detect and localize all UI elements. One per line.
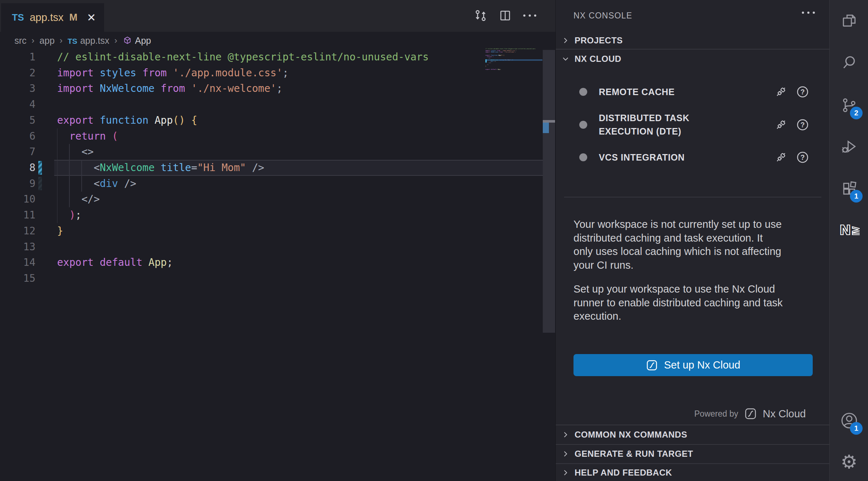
minimap-current-line	[485, 59, 542, 61]
activity-nx-console[interactable]: N≥	[830, 212, 868, 247]
item-distributed-task-execution: DISTRIBUTED TASK EXECUTION (DTE) ?	[556, 108, 829, 141]
breadcrumb-file[interactable]: TSapp.tsx	[68, 35, 109, 46]
line-number: 10	[0, 191, 35, 207]
activity-search[interactable]	[830, 45, 868, 80]
help-icon[interactable]: ?	[796, 85, 809, 98]
item-remote-cache: REMOTE CACHE ?	[556, 80, 829, 103]
help-icon[interactable]: ?	[796, 151, 809, 164]
line-number: 14	[0, 255, 35, 271]
code-line-14[interactable]: 14export default App;	[0, 255, 543, 271]
extensions-badge: 1	[850, 190, 863, 203]
code-text: import styles from './app.module.css';	[57, 65, 289, 81]
breadcrumb-src[interactable]: src	[14, 35, 26, 46]
powered-by-label: Powered by	[694, 409, 738, 419]
explorer-icon	[841, 12, 858, 29]
line-number: 1	[0, 49, 35, 65]
code-text: <div />	[57, 176, 136, 192]
panel-title: NX CONSOLE	[573, 11, 632, 21]
item-label: VCS INTEGRATION	[599, 151, 685, 164]
breadcrumb-separator: ›	[114, 35, 118, 46]
tab-bar: TS app.tsx M ✕	[0, 0, 555, 32]
code-line-15[interactable]: 15	[0, 271, 543, 286]
panel-title-row: NX CONSOLE	[556, 0, 829, 25]
code-text: }	[57, 223, 63, 239]
code-line-5[interactable]: 5export function App() {	[0, 112, 543, 128]
chevron-right-icon	[561, 449, 570, 459]
item-label: DISTRIBUTED TASK EXECUTION (DTE)	[599, 111, 689, 138]
code-text: <>	[57, 144, 94, 160]
chevron-right-icon	[561, 468, 570, 477]
code-text: </>	[57, 191, 100, 207]
code-text: export default App;	[57, 255, 173, 271]
git-modified-gutter-marker	[38, 177, 42, 191]
editor-scrollbar[interactable]	[543, 50, 555, 333]
code-editor[interactable]: 1// eslint-disable-next-line @typescript…	[0, 49, 543, 286]
code-line-12[interactable]: 12}	[0, 223, 543, 239]
section-label: GENERATE & RUN TARGET	[575, 449, 693, 459]
code-line-3[interactable]: 3import NxWelcome from './nx-welcome';	[0, 81, 543, 97]
svg-text:?: ?	[800, 88, 805, 96]
code-text: import NxWelcome from './nx-welcome';	[57, 81, 283, 97]
nx-cloud-logo-icon	[646, 359, 658, 371]
run-debug-icon	[841, 138, 858, 156]
code-line-10[interactable]: 10 </>	[0, 191, 543, 207]
section-common-nx-commands[interactable]: COMMON NX COMMANDS	[556, 425, 829, 444]
line-number: 2	[0, 65, 35, 81]
editor-region: TS app.tsx M ✕	[0, 0, 555, 481]
gear-icon: ⚙	[841, 452, 858, 471]
line-number: 15	[0, 271, 35, 286]
section-label: PROJECTS	[575, 35, 623, 46]
nx-console-panel: NX CONSOLE PROJECTS NX CLOUD REMOTE CACH…	[555, 0, 829, 481]
breadcrumb: src › app › TSapp.tsx › App	[0, 32, 555, 49]
status-dot	[579, 88, 587, 96]
section-nx-cloud[interactable]: NX CLOUD	[556, 50, 829, 68]
line-number: 9	[0, 176, 35, 192]
code-line-11[interactable]: 11 );	[0, 207, 543, 223]
panel-more-actions-icon[interactable]	[802, 12, 815, 14]
line-number: 11	[0, 207, 35, 223]
tab-git-modified-badge: M	[69, 12, 78, 23]
activity-source-control[interactable]: 2	[830, 88, 868, 123]
compare-changes-icon[interactable]	[473, 8, 488, 23]
code-line-4[interactable]: 4	[0, 97, 543, 112]
svg-text:?: ?	[800, 121, 805, 129]
typescript-file-icon: TS	[12, 12, 24, 23]
activity-settings[interactable]: ⚙	[830, 444, 868, 479]
section-help-and-feedback[interactable]: HELP AND FEEDBACK	[556, 464, 829, 481]
chevron-right-icon	[561, 36, 570, 45]
activity-extensions[interactable]: 1	[830, 171, 868, 206]
code-line-6[interactable]: 6 return (	[0, 128, 543, 144]
connect-icon[interactable]	[774, 151, 787, 164]
vscode-window: TS app.tsx M ✕	[0, 0, 868, 481]
nx-cloud-brand: Nx Cloud	[763, 408, 806, 420]
tab-app-tsx[interactable]: TS app.tsx M ✕	[1, 3, 104, 32]
line-number: 12	[0, 223, 35, 239]
code-line-2[interactable]: 2import styles from './app.module.css';	[0, 65, 543, 81]
breadcrumb-app[interactable]: app	[39, 35, 55, 46]
section-projects[interactable]: PROJECTS	[556, 32, 829, 49]
activity-run-debug[interactable]	[830, 129, 868, 164]
code-line-9[interactable]: 9 <div />	[0, 176, 543, 192]
tab-close-button[interactable]: ✕	[87, 12, 96, 23]
activity-explorer[interactable]	[830, 3, 868, 38]
help-icon[interactable]: ?	[796, 118, 809, 131]
connect-icon[interactable]	[774, 85, 787, 98]
code-line-1[interactable]: 1// eslint-disable-next-line @typescript…	[0, 49, 543, 65]
activity-account[interactable]: 1	[830, 403, 868, 438]
chevron-right-icon	[561, 430, 570, 439]
split-editor-icon[interactable]	[498, 8, 513, 23]
code-line-8[interactable]: 8 <NxWelcome title="Hi Mom" />	[0, 160, 543, 176]
source-control-badge: 2	[850, 107, 863, 119]
search-icon	[841, 54, 858, 71]
typescript-file-icon: TS	[68, 37, 77, 45]
code-line-7[interactable]: 7 <>	[0, 144, 543, 160]
activity-bar: 2 1 N≥ 1	[829, 0, 868, 481]
code-line-13[interactable]: 13	[0, 239, 543, 255]
nx-console-icon: N≥	[839, 221, 860, 238]
setup-nx-cloud-button[interactable]: Set up Nx Cloud	[573, 354, 813, 376]
breadcrumb-symbol-app[interactable]: App	[123, 35, 151, 46]
section-generate-run-target[interactable]: GENERATE & RUN TARGET	[556, 445, 829, 463]
connect-icon[interactable]	[774, 118, 787, 131]
item-vcs-integration: VCS INTEGRATION ?	[556, 146, 829, 169]
more-actions-icon[interactable]	[522, 8, 537, 23]
